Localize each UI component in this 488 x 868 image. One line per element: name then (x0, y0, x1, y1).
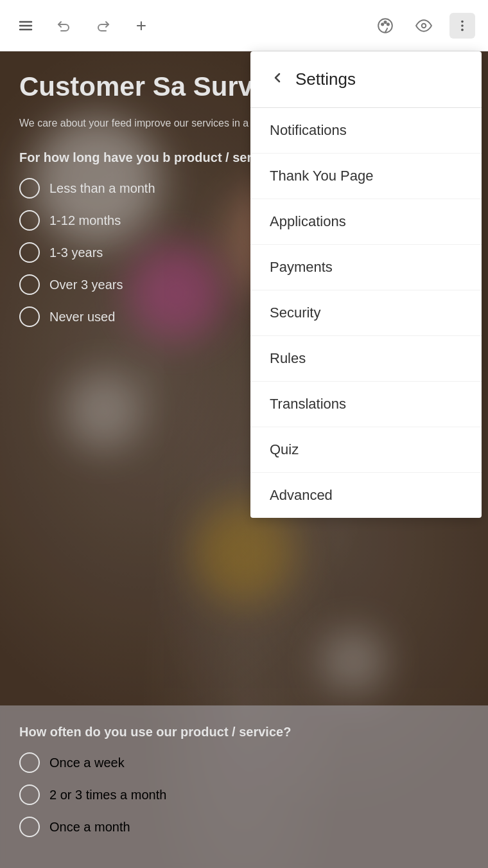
svg-point-4 (381, 23, 383, 25)
svg-point-10 (461, 28, 464, 31)
settings-item-notifications[interactable]: Notifications (250, 108, 482, 154)
settings-item-payments[interactable]: Payments (250, 245, 482, 290)
menu-icon[interactable] (13, 13, 39, 39)
undo-icon[interactable] (51, 13, 77, 39)
svg-point-5 (384, 21, 386, 22)
svg-point-9 (461, 24, 464, 27)
settings-item-thank-you-page[interactable]: Thank You Page (250, 154, 482, 199)
settings-back-button[interactable] (270, 70, 285, 89)
eye-icon[interactable] (411, 13, 437, 39)
palette-icon[interactable] (372, 13, 398, 39)
redo-icon[interactable] (90, 13, 116, 39)
svg-point-6 (387, 23, 389, 25)
settings-item-advanced[interactable]: Advanced (250, 473, 482, 518)
settings-title: Settings (295, 69, 356, 89)
svg-point-8 (461, 20, 464, 22)
settings-item-applications[interactable]: Applications (250, 199, 482, 245)
settings-item-security[interactable]: Security (250, 290, 482, 336)
settings-item-quiz[interactable]: Quiz (250, 427, 482, 473)
settings-item-translations[interactable]: Translations (250, 382, 482, 427)
settings-header: Settings (250, 51, 482, 108)
settings-panel: Settings Notifications Thank You Page Ap… (250, 51, 482, 518)
settings-item-rules[interactable]: Rules (250, 336, 482, 382)
toolbar: + (0, 0, 488, 51)
more-options-icon[interactable] (449, 13, 475, 39)
svg-point-7 (422, 23, 426, 28)
add-icon[interactable]: + (128, 13, 154, 39)
